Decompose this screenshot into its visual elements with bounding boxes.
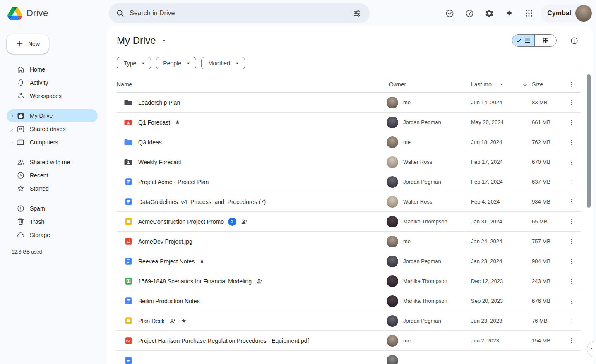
chevron-down-icon [498,81,505,88]
row-more-options-icon[interactable] [567,256,577,266]
owner-name: Jordan Pegman [403,318,441,324]
file-size: 670 MB [532,159,550,165]
last-modified-date: Jan 31, 2024 [471,218,502,225]
settings-gear-icon[interactable] [481,5,497,22]
sidebar-item-home[interactable]: Home [7,63,98,76]
sidebar-item-spam[interactable]: Spam [7,202,98,215]
spam-icon [17,204,25,213]
sidebar-item-computers[interactable]: Computers [7,136,98,149]
page-title-dropdown[interactable]: My Drive [117,35,168,46]
row-more-options-icon[interactable] [567,177,577,187]
row-more-options-icon[interactable] [567,157,577,167]
search-bar[interactable] [109,3,370,23]
grid-view-button[interactable] [534,35,556,46]
file-size: 83 MB [532,99,548,105]
details-info-icon[interactable] [567,34,581,47]
file-row[interactable] [117,351,581,364]
help-icon[interactable]: ? [461,5,478,22]
row-more-options-icon[interactable] [567,356,577,364]
filter-chip-type[interactable]: Type [117,57,151,69]
new-button[interactable]: New [7,34,49,54]
sheets-icon [123,277,133,285]
sidebar-item-label: Shared drives [30,126,65,132]
header-more-options-icon[interactable] [567,79,577,89]
sidebar-item-my-drive[interactable]: My Drive [7,109,98,122]
folder-dark-shared-icon [123,157,133,167]
file-size: 984 MB [532,199,550,205]
shareddrives-icon [17,125,25,133]
row-more-options-icon[interactable] [567,137,577,147]
last-modified-date: Jan 23, 2024 [471,258,502,264]
file-row[interactable]: Plan DeckJordan PegmanJun 23, 202376 MB [117,311,581,331]
expand-caret-icon[interactable] [9,114,15,118]
apps-grid-icon[interactable] [521,5,537,22]
offline-status-icon[interactable] [441,5,458,22]
file-size: 676 MB [532,298,550,304]
row-more-options-icon[interactable] [567,336,577,346]
scrollbar-thumb[interactable] [587,74,591,208]
account-pill[interactable]: Cymbal [541,4,593,22]
file-row[interactable]: Weekly ForecastWalter RossFeb 17, 202467… [117,152,581,172]
row-more-options-icon[interactable] [567,98,577,108]
expand-caret-icon[interactable] [9,140,15,145]
row-more-options-icon[interactable] [567,197,577,207]
sidebar-item-activity[interactable]: Activity [7,76,98,89]
row-more-options-icon[interactable] [567,296,577,306]
sidebar-item-shared-with-me[interactable]: Shared with me [7,156,98,169]
file-name: AcmeConstruction Project Promo [138,218,224,225]
star-icon[interactable] [174,119,181,126]
gemini-sparkle-icon[interactable] [501,5,517,22]
column-header-name[interactable]: Name [117,81,387,88]
list-view-button[interactable] [512,35,534,46]
file-size: 243 MB [532,278,550,284]
sidebar-item-shared-drives[interactable]: Shared drives [7,122,98,136]
file-row[interactable]: Q3 IdeasmeJun 18, 2024762 MB [117,132,581,152]
filter-chip-people[interactable]: People [156,57,196,69]
sidebar-item-trash[interactable]: Trash [7,215,98,228]
row-more-options-icon[interactable] [567,276,577,286]
search-filters-icon[interactable] [349,5,365,22]
sidebar-item-label: Storage [30,232,50,238]
owner-avatar [387,136,398,148]
expand-caret-icon[interactable] [9,127,15,132]
file-row[interactable]: DataGuidelines_v4_Process_and_Procedures… [117,192,581,212]
account-label: Cymbal [547,10,571,17]
sort-direction-arrow-icon[interactable] [522,81,529,88]
file-row[interactable]: 1569-1848 Scenarios for Financial Modeli… [117,271,581,291]
file-size: 757 MB [532,238,550,244]
sidebar-item-storage[interactable]: Storage [7,228,98,242]
folder-blue-icon [123,137,133,147]
row-more-options-icon[interactable] [567,217,577,227]
owner-avatar [387,335,398,347]
file-row[interactable]: Project Acme - Project PlanJordan Pegman… [117,172,581,192]
file-row[interactable]: AcmeConstruction Project Promo2Mahika Th… [117,212,581,232]
file-name: AcmeDev Project.jpg [138,238,192,245]
grid-view-icon [542,37,549,44]
sidebar-item-label: My Drive [30,113,53,119]
file-name: Project Harrison Purchase Regulation Pro… [138,338,309,344]
file-row[interactable]: Beilini Production NotesMahika ThompsonS… [117,291,581,311]
sidebar-item-workspaces[interactable]: Workspaces [7,89,98,103]
chevron-down-icon [233,60,241,67]
file-row[interactable]: Leadership PlanmeJun 14, 202483 MB [117,93,581,113]
file-row[interactable]: Reevea Project NotesJordan PegmanJan 23,… [117,251,581,271]
file-row[interactable]: AcmeDev Project.jpgmeJan 24, 2024757 MB [117,232,581,251]
row-more-options-icon[interactable] [567,117,577,127]
column-header-modified[interactable]: Last mo... [471,81,505,88]
owner-name: me [403,99,411,105]
file-size: 762 MB [532,139,550,145]
docs-icon [123,257,133,266]
search-input[interactable] [130,10,344,17]
row-more-options-icon[interactable] [567,237,577,247]
chip-label: Modified [208,60,230,67]
star-icon[interactable] [180,318,187,324]
file-row[interactable]: PDFProject Harrison Purchase Regulation … [117,331,581,351]
sidebar-item-starred[interactable]: Starred [7,182,98,195]
star-icon[interactable] [199,258,205,265]
row-more-options-icon[interactable] [567,316,577,326]
owner-avatar [387,236,398,247]
account-avatar [575,5,592,22]
sidebar-item-recent[interactable]: Recent [7,169,98,182]
file-row[interactable]: Q1 ForecastJordan PegmanMay 20, 2024661 … [117,113,581,132]
filter-chip-modified[interactable]: Modified [201,57,245,69]
